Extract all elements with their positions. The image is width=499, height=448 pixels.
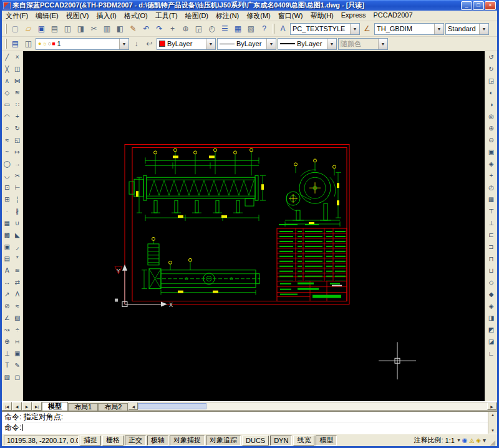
se-iso-view-button[interactable]: ◆ — [487, 290, 497, 299]
line-button[interactable]: ╱ — [2, 52, 12, 62]
model-toggle[interactable]: 模型 — [316, 436, 337, 446]
snap-toggle[interactable]: 捕捉 — [80, 436, 101, 446]
angular-dimension-button[interactable]: ∠ — [2, 313, 12, 323]
menu-insert[interactable]: 插入(I) — [92, 11, 120, 21]
title-bar[interactable]: 来自深蓝PCCAD2007(&TH-P3DM2007 - d:\德凯特产品设备\… — [2, 0, 497, 11]
lwt-toggle[interactable]: 线宽 — [293, 436, 314, 446]
linetype-combo[interactable]: ByLayer ▼ — [217, 38, 276, 50]
tab-layout2[interactable]: 布局2 — [98, 403, 128, 411]
dim-style-combo[interactable]: TH_GBDIM ▼ — [374, 23, 444, 35]
trim-button[interactable]: ✂ — [12, 171, 22, 181]
close-button[interactable]: × — [485, 1, 496, 10]
redo-button[interactable]: ↷ — [153, 22, 166, 36]
copy-button[interactable]: ▥ — [100, 22, 114, 36]
menu-file[interactable]: 文件(F) — [2, 11, 32, 21]
match-properties-button[interactable]: ✎ — [12, 361, 22, 371]
zoom-dynamic-button[interactable]: ◐ — [487, 88, 497, 98]
scroll-up-icon[interactable]: ▲ — [491, 412, 495, 418]
array-button[interactable]: ∷ — [12, 100, 22, 110]
osnap-toggle[interactable]: 对象捕捉 — [170, 436, 205, 446]
lineweight-combo[interactable]: ByLayer ▼ — [278, 38, 337, 50]
copy-object-button[interactable]: ◫ — [12, 64, 22, 74]
ellipse-button[interactable]: ◯ — [2, 159, 12, 169]
chevron-down-icon[interactable]: ▼ — [119, 39, 128, 49]
scroll-down-icon[interactable]: ▼ — [491, 427, 495, 434]
ducs-toggle[interactable]: DUCS — [242, 436, 269, 446]
render-button[interactable]: ◪ — [487, 337, 497, 347]
leader-button[interactable]: ↝ — [2, 325, 12, 335]
zoom-out-button[interactable]: ⊖ — [487, 135, 497, 145]
minimize-button[interactable]: _ — [461, 1, 472, 10]
ucs-button[interactable]: ∟ — [487, 349, 497, 359]
ortho-toggle[interactable]: 正交 — [125, 436, 146, 446]
toolbar-grip[interactable] — [5, 24, 7, 34]
lengthen-button[interactable]: → — [12, 159, 22, 169]
tool-palettes-button[interactable]: ▧ — [245, 22, 258, 36]
help-button[interactable]: ? — [258, 22, 271, 36]
named-views-button[interactable]: ▦ — [487, 195, 497, 205]
menu-dimension[interactable]: 标注(N) — [212, 11, 243, 21]
cut-button[interactable]: ✂ — [87, 22, 100, 36]
chevron-down-icon[interactable]: ▼ — [350, 24, 359, 34]
left-view-button[interactable]: ⊏ — [487, 230, 497, 240]
zoom-window-button[interactable]: ◲ — [487, 76, 497, 86]
toolbar-lock-icon[interactable]: ◈ — [476, 437, 481, 444]
edit-hatch-button[interactable]: ▧ — [12, 313, 22, 323]
open-button[interactable]: ▱ — [22, 22, 35, 36]
orbit-button[interactable]: ◴ — [487, 183, 497, 193]
match-properties-button[interactable]: ✎ — [127, 22, 140, 36]
construction-line-button[interactable]: ╳ — [2, 64, 12, 74]
radius-dimension-button[interactable]: ⊘ — [2, 301, 12, 311]
zoom-center-button[interactable]: ◎ — [487, 112, 497, 122]
zoom-window-button[interactable]: ◲ — [192, 22, 205, 36]
coordinates-display[interactable]: 10195.38, -2200.17, 0.00 — [4, 436, 79, 446]
chevron-down-icon[interactable]: ▼ — [434, 24, 443, 34]
move-button[interactable]: + — [12, 112, 22, 122]
sw-iso-view-button[interactable]: ◇ — [487, 278, 497, 288]
menu-express[interactable]: Express — [337, 11, 370, 21]
aligned-dimension-button[interactable]: ↗ — [2, 290, 12, 299]
ungroup-button[interactable]: ▢ — [12, 373, 22, 382]
annotation-scale-control[interactable]: 注释比例: 1:1 ▼ — [414, 436, 461, 445]
tab-next-button[interactable]: ▶ — [22, 402, 32, 411]
rotate-button[interactable]: ↻ — [12, 124, 22, 134]
chevron-down-icon[interactable]: ▼ — [266, 39, 276, 49]
layer-states-button[interactable]: ◫ — [22, 38, 35, 50]
join-button[interactable]: ∪ — [12, 218, 22, 228]
tolerance-button[interactable]: ⊕ — [2, 337, 12, 347]
otrack-toggle[interactable]: 对象追踪 — [206, 436, 241, 446]
save-button[interactable]: ▣ — [35, 22, 48, 36]
pan-button[interactable]: + — [166, 22, 179, 36]
layer-previous-button[interactable]: ↩ — [143, 38, 156, 50]
top-view-button[interactable]: ⊤ — [487, 207, 497, 217]
status-menu-chevron-icon[interactable]: ▾ — [483, 437, 486, 444]
layout-tabs-scrollbar[interactable]: ◀ ▶ — [128, 402, 497, 411]
hatch-button[interactable]: ▦ — [2, 218, 12, 228]
fillet-button[interactable]: ◞ — [12, 242, 22, 252]
menu-view[interactable]: 视图(V) — [62, 11, 93, 21]
designcenter-button[interactable]: ▦ — [231, 22, 245, 36]
plot-preview-button[interactable]: ◫ — [61, 22, 74, 36]
hide-button[interactable]: ◨ — [487, 313, 497, 323]
text-style-manager-button[interactable]: A — [276, 22, 289, 36]
tab-layout1[interactable]: 布局1 — [68, 403, 98, 411]
dim-style-manager-button[interactable]: ∠ — [361, 22, 374, 36]
datum-button[interactable]: ⊥ — [2, 349, 12, 359]
layer-properties-button[interactable]: ▤ — [9, 38, 22, 50]
break-point-button[interactable]: ¦ — [12, 195, 22, 205]
command-window[interactable]: 命令: 指定对角点: 命令: ▲ ▼ — [2, 411, 497, 434]
align-button[interactable]: ≅ — [12, 266, 22, 276]
menu-pccad2007[interactable]: PCCAD2007 — [370, 11, 417, 21]
dyn-toggle[interactable]: DYN — [270, 436, 292, 446]
region-button[interactable]: ▣ — [2, 242, 12, 252]
chevron-down-icon[interactable]: ▼ — [457, 438, 461, 442]
linear-dimension-button[interactable]: ↔ — [2, 278, 12, 288]
zoom-realtime-button[interactable]: ⊕ — [179, 22, 192, 36]
measure-button[interactable]: ∺ — [12, 337, 22, 347]
menu-draw[interactable]: 绘图(D) — [182, 11, 212, 21]
command-scrollbar[interactable]: ▲ ▼ — [488, 412, 497, 434]
arc-button[interactable]: ◠ — [2, 112, 12, 122]
mtext-button[interactable]: A — [2, 266, 12, 276]
text-style-combo[interactable]: PC_TEXTSTYLE ▼ — [290, 23, 360, 35]
extend-button[interactable]: ⊢ — [12, 183, 22, 193]
